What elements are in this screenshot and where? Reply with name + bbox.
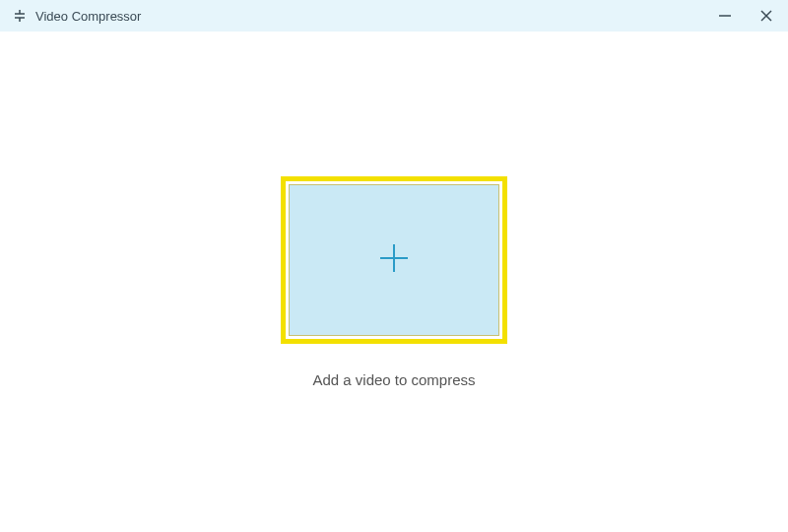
close-button[interactable] [756, 6, 776, 26]
app-icon [12, 8, 28, 24]
prompt-text: Add a video to compress [312, 371, 475, 388]
add-video-dropzone[interactable] [281, 176, 507, 344]
dropzone-inner [289, 184, 499, 336]
window-controls [715, 6, 776, 26]
titlebar: Video Compressor [0, 0, 788, 32]
plus-icon [374, 238, 414, 282]
minimize-button[interactable] [715, 6, 735, 26]
titlebar-left: Video Compressor [12, 8, 141, 24]
window-title: Video Compressor [35, 9, 141, 24]
main-content: Add a video to compress [0, 32, 788, 532]
